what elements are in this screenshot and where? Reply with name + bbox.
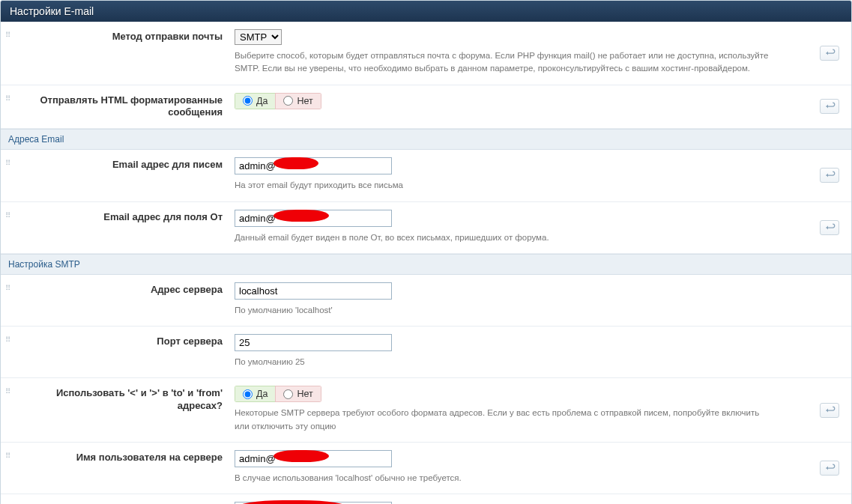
label-html-mail: Отправлять HTML форматированные сообщени… [17,93,235,120]
help-smtp-port: По умолчанию 25 [235,356,774,368]
drag-handle[interactable]: ⠿ [5,210,17,219]
row-smtp-user: ⠿ Имя пользователя на сервере В случае и… [1,443,851,494]
redaction [274,450,329,462]
row-smtp-pass: ⠿ Пароль пользователя [1,494,851,504]
help-smtp-user: В случае использования 'localhost' обычн… [235,472,774,485]
drag-handle[interactable]: ⠿ [5,334,17,343]
radio-angle-yes[interactable]: Да [235,386,276,402]
drag-handle[interactable]: ⠿ [5,157,17,166]
redaction [274,210,329,222]
help-email-to: На этот email будут приходить все письма [235,179,774,192]
drag-handle[interactable]: ⠿ [5,282,17,291]
drag-handle[interactable]: ⠿ [5,450,17,459]
help-email-from: Данный email будет виден в поле От, во в… [235,231,774,244]
revert-icon[interactable] [820,99,839,114]
label-email-from: Email адрес для поля От [17,210,235,224]
input-smtp-host[interactable] [235,282,392,300]
drag-handle[interactable]: ⠿ [5,93,17,102]
row-use-angle: ⠿ Использовать '<' и '>' в 'to' и 'from'… [1,378,851,443]
radio-angle-no[interactable]: Нет [275,386,321,402]
row-mail-method: ⠿ Метод отправки почты SMTP Выберите спо… [1,22,851,85]
label-smtp-port: Порт сервера [17,334,235,348]
select-mail-method[interactable]: SMTP [235,29,282,45]
row-smtp-host: ⠿ Адрес сервера По умолчанию 'localhost' [1,275,851,327]
section-smtp: Настройка SMTP [1,254,851,275]
panel-title: Настройки E-mail [1,1,851,22]
help-mail-method: Выберите способ, которым будет отправлят… [235,49,774,76]
revert-icon[interactable] [820,46,839,61]
revert-icon[interactable] [820,461,839,476]
revert-icon[interactable] [820,168,839,183]
redaction [274,157,318,169]
section-addresses: Адреса Email [1,129,851,150]
revert-icon[interactable] [820,220,839,235]
label-mail-method: Метод отправки почты [17,29,235,43]
help-smtp-host: По умолчанию 'localhost' [235,304,774,317]
drag-handle[interactable]: ⠿ [5,29,17,38]
row-email-to: ⠿ Email адрес для писем На этот email бу… [1,150,851,201]
input-smtp-port[interactable] [235,334,392,351]
label-smtp-host: Адрес сервера [17,282,235,297]
revert-icon[interactable] [820,403,839,418]
redaction [236,500,348,504]
drag-handle[interactable]: ⠿ [5,386,17,395]
radio-html-yes[interactable]: Да [235,93,276,109]
row-email-from: ⠿ Email адрес для поля От Данный email б… [1,202,851,254]
row-html-mail: ⠿ Отправлять HTML форматированные сообще… [1,85,851,130]
label-smtp-user: Имя пользователя на сервере [17,450,235,464]
row-smtp-port: ⠿ Порт сервера По умолчанию 25 [1,327,851,378]
radio-html-no[interactable]: Нет [275,93,321,109]
label-use-angle: Использовать '<' и '>' в 'to' и 'from' а… [17,386,235,413]
help-use-angle: Некоторые SMTP сервера требуют особого ф… [235,407,774,433]
label-email-to: Email адрес для писем [17,157,235,171]
